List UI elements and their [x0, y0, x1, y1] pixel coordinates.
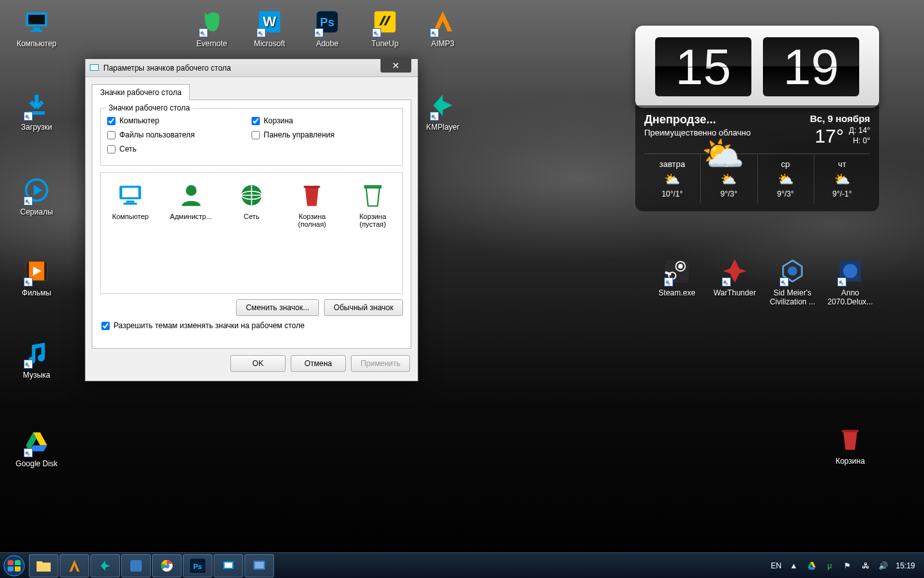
language-indicator[interactable]: EN	[771, 561, 782, 570]
desktop-icon-evernote[interactable]: Evernote	[183, 6, 241, 48]
icon-label: Загрузки	[21, 123, 52, 132]
icon-label: Sid Meier's Civilization ...	[764, 288, 821, 306]
tray-network-icon[interactable]: 🖧	[860, 560, 871, 572]
svg-point-21	[843, 264, 857, 278]
check-controlpanel[interactable]: Панель управления	[252, 130, 396, 139]
tray-gdrive-icon[interactable]	[806, 560, 817, 572]
taskbar-chrome[interactable]	[152, 554, 182, 577]
svg-text:Ps: Ps	[320, 15, 334, 29]
desktop-icon-warthunder[interactable]: WarThunder	[706, 256, 764, 297]
clock-hours: 15	[655, 37, 751, 96]
change-icon-button[interactable]: Сменить значок...	[236, 299, 319, 316]
desktop-icon-tuneup[interactable]: TuneUp	[356, 6, 414, 48]
system-tray: EN ▲ μ ⚑ 🖧 🔊 15:19	[771, 560, 924, 572]
desktop-icon-computer[interactable]: Компьютер	[8, 6, 65, 48]
forecast-day[interactable]: завтра⛅10°/1°	[644, 154, 701, 204]
desktop-icon-recyclebin[interactable]: Корзина	[821, 424, 879, 466]
weather-date: Вс, 9 ноября	[810, 113, 870, 124]
check-recyclebin[interactable]: Корзина	[252, 116, 396, 125]
desktop-icon-music[interactable]: Музыка	[8, 338, 65, 380]
taskbar-play[interactable]	[90, 554, 120, 577]
icon-label: Evernote	[196, 39, 227, 48]
start-button[interactable]	[0, 553, 28, 579]
desktop-icon-serials[interactable]: Сериалы	[8, 175, 65, 216]
desktop-icon-downloads[interactable]: Загрузки	[8, 90, 65, 132]
icon-label: WarThunder	[714, 288, 756, 297]
icon-label: Музыка	[23, 371, 50, 380]
weather-widget[interactable]: 15 19 ⛅ Днепродзе... Преимущественно обл…	[635, 26, 879, 211]
svg-rect-3	[31, 30, 42, 32]
preview-bin-full[interactable]: Корзина (полная)	[287, 182, 336, 228]
icon-label: Adobe	[316, 39, 339, 48]
svg-point-16	[678, 264, 683, 268]
clock-minutes: 19	[763, 37, 859, 96]
tab-desktop-icons[interactable]: Значки рабочего стола	[92, 84, 190, 100]
forecast-day[interactable]: чт⛅9°/-1°	[814, 154, 870, 204]
svg-rect-28	[124, 203, 137, 205]
desktop-icon-films[interactable]: Фильмы	[8, 256, 65, 297]
close-button[interactable]: ✕	[381, 58, 411, 73]
desktop-icon-aimp[interactable]: AIMP3	[414, 6, 472, 48]
tray-arrow-icon[interactable]: ▲	[788, 560, 800, 572]
preview-bin-empty[interactable]: Корзина (пустая)	[348, 182, 397, 228]
icon-preview-list: Компьютер Администр... Сеть Корзина (пол…	[100, 172, 403, 294]
icon-label: Корзина	[835, 457, 865, 466]
desktop-icon-kmplayer[interactable]: KMPlayer	[414, 90, 472, 132]
svg-rect-35	[130, 560, 142, 572]
svg-rect-27	[126, 200, 135, 202]
tray-volume-icon[interactable]: 🔊	[878, 560, 889, 572]
desktop-icon-microsoft[interactable]: W Microsoft	[241, 6, 298, 48]
cancel-button[interactable]: Отмена	[291, 355, 346, 372]
icon-label: KMPlayer	[426, 123, 459, 132]
check-network[interactable]: Сеть	[107, 144, 252, 153]
tray-clock[interactable]: 15:19	[896, 561, 915, 570]
apply-button[interactable]: Применить	[351, 355, 410, 372]
svg-rect-1	[28, 15, 45, 24]
icon-label: Google Disk	[15, 459, 57, 468]
desktop-icon-civilization[interactable]: Sid Meier's Civilization ...	[764, 256, 821, 306]
icon-label: Microsoft	[254, 39, 286, 48]
taskbar-app1[interactable]	[121, 554, 151, 577]
default-icon-button[interactable]: Обычный значок	[324, 299, 403, 316]
weather-location: Днепродзе...	[644, 113, 751, 127]
svg-point-19	[788, 267, 798, 276]
svg-rect-32	[304, 186, 320, 188]
forecast-day[interactable]: ср⛅9°/3°	[758, 154, 814, 204]
svg-text:Ps: Ps	[193, 563, 201, 570]
taskbar-aimp[interactable]	[60, 554, 89, 577]
preview-admin[interactable]: Администр...	[166, 182, 215, 220]
icon-label: AIMP3	[431, 39, 454, 48]
svg-text:W: W	[263, 13, 277, 30]
svg-rect-8	[44, 261, 47, 280]
ok-button[interactable]: OK	[230, 355, 286, 372]
weather-condition: Преимущественно облачно	[644, 128, 751, 137]
tray-flag-icon[interactable]: ⚑	[842, 560, 853, 572]
check-userfiles[interactable]: Файлы пользователя	[107, 130, 252, 139]
check-computer[interactable]: Компьютер	[107, 116, 252, 125]
icon-label: Фильмы	[22, 288, 51, 297]
svg-point-29	[185, 185, 196, 196]
preview-network[interactable]: Сеть	[227, 182, 276, 220]
forecast-day[interactable]: вт⛅9°/3°	[701, 154, 757, 204]
desktop-icon-gdisk[interactable]: Google Disk	[8, 426, 65, 468]
svg-rect-26	[123, 188, 139, 197]
icon-label: Сериалы	[20, 207, 53, 216]
desktop-icon-adobe[interactable]: Ps Adobe	[298, 6, 356, 48]
preview-computer[interactable]: Компьютер	[106, 182, 155, 220]
svg-rect-24	[90, 65, 98, 70]
svg-rect-22	[842, 430, 859, 432]
allow-themes-check[interactable]: Разрешить темам изменять значки на рабоч…	[101, 321, 403, 330]
desktop-icon-steam[interactable]: Steam.exe	[648, 256, 706, 297]
dialog-title: Параметры значков рабочего стола	[103, 64, 231, 73]
taskbar-explorer[interactable]	[29, 554, 58, 577]
group-label: Значки рабочего стола	[106, 103, 193, 112]
tray-utorrent-icon[interactable]: μ	[824, 560, 835, 572]
taskbar-settings[interactable]	[244, 554, 274, 577]
dialog-titlebar[interactable]: Параметры значков рабочего стола ✕	[85, 59, 418, 77]
icon-label: Компьютер	[17, 39, 56, 48]
desktop-icon-anno[interactable]: Anno 2070.Delux...	[821, 256, 879, 306]
taskbar-app2[interactable]	[214, 554, 243, 577]
taskbar-photoshop[interactable]: Ps	[183, 554, 212, 577]
flip-clock: 15 19	[635, 26, 879, 108]
svg-rect-41	[225, 563, 232, 568]
